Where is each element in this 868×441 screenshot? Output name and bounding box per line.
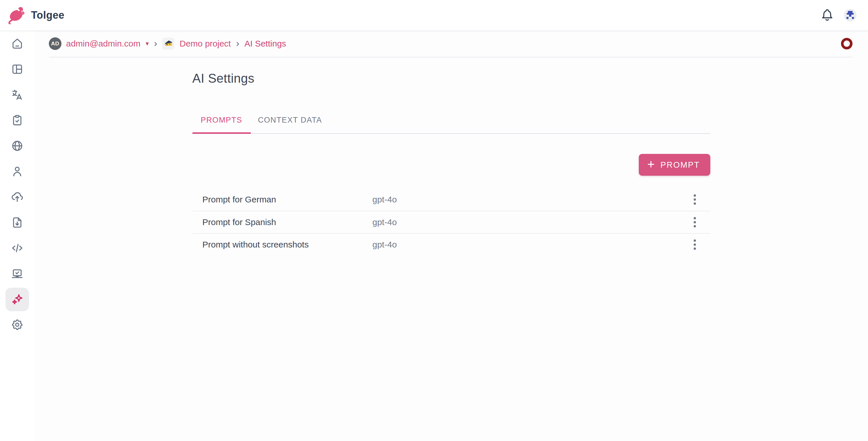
prompt-row[interactable]: Prompt without screenshots gpt-4o [192,233,710,255]
translate-icon [11,88,24,102]
prompt-row[interactable]: Prompt for German gpt-4o [192,188,710,211]
clipboard-check-icon [11,114,24,127]
sidebar-item-members[interactable] [5,160,29,184]
sidebar-item-settings[interactable] [5,313,29,337]
tolgee-mouse-icon [7,5,26,25]
sidebar-item-languages[interactable] [5,134,29,158]
globe-icon [11,139,24,153]
topbar: Tolgee [0,0,868,30]
sidebar [0,30,34,441]
prompt-name: Prompt for Spanish [203,217,373,227]
prompt-name: Prompt without screenshots [203,240,373,250]
page-title: AI Settings [192,71,710,86]
kebab-icon [694,217,696,219]
cloud-upload-icon [11,191,24,204]
chevron-down-icon: ▾ [146,40,149,48]
chevron-right-icon: › [236,38,239,49]
user-avatar: AD [49,37,61,50]
sidebar-item-home[interactable] [5,32,29,56]
sidebar-item-translations[interactable] [5,83,29,107]
identicon-icon [844,9,857,22]
sidebar-item-developer[interactable] [5,237,29,260]
user-icon [11,165,24,179]
toolbar: + PROMPT [192,154,710,176]
breadcrumb: AD admin@admin.com ▾ › Demo project › AI… [49,30,852,57]
prompt-row[interactable]: Prompt for Spanish gpt-4o [192,211,710,233]
sparkles-icon [11,293,24,306]
tab-prompts[interactable]: PROMPTS [192,107,251,133]
prompt-menu-button[interactable] [688,215,702,229]
project-avatar [162,38,174,50]
main-area: AD admin@admin.com ▾ › Demo project › AI… [34,30,868,441]
breadcrumb-current-page: AI Settings [244,39,286,49]
breadcrumb-user-email: admin@admin.com [66,39,141,49]
tab-bar: PROMPTS CONTEXT DATA [192,107,710,134]
usage-indicator-ring [841,38,852,50]
account-avatar[interactable] [844,9,857,22]
bell-icon [820,8,834,23]
prompt-list: Prompt for German gpt-4o Prompt for Span… [192,188,710,255]
sidebar-item-tasks[interactable] [5,109,29,132]
active-tab-indicator [192,132,251,134]
tab-context-data[interactable]: CONTEXT DATA [251,107,330,133]
home-icon [11,37,24,51]
cheese-icon [164,39,173,49]
content-column: AI Settings PROMPTS CONTEXT DATA + PROMP… [192,71,710,255]
chevron-right-icon: › [154,38,157,49]
sidebar-item-ai[interactable] [5,288,29,311]
tolgee-logo[interactable]: Tolgee [7,5,64,25]
code-icon [11,242,24,255]
prompt-model: gpt-4o [373,240,688,250]
plus-icon: + [647,158,655,172]
add-prompt-button-label: PROMPT [660,160,700,170]
file-download-icon [11,216,24,230]
brand-name: Tolgee [31,9,64,21]
gear-icon [11,318,24,332]
laptop-check-icon [11,267,24,281]
prompt-name: Prompt for German [203,195,373,204]
prompt-model: gpt-4o [373,195,688,204]
prompt-menu-button[interactable] [688,238,702,252]
board-icon [11,63,24,76]
sidebar-item-integrate[interactable] [5,262,29,286]
prompt-model: gpt-4o [373,217,688,227]
kebab-icon [694,240,696,242]
sidebar-item-export[interactable] [5,186,29,209]
sidebar-item-board[interactable] [5,58,29,81]
sidebar-item-import[interactable] [5,211,29,234]
add-prompt-button[interactable]: + PROMPT [639,154,710,176]
breadcrumb-user-menu[interactable]: AD admin@admin.com ▾ [49,37,149,50]
notifications-button[interactable] [820,8,834,23]
prompt-menu-button[interactable] [688,193,702,207]
breadcrumb-project-link[interactable]: Demo project [180,39,230,49]
kebab-icon [694,194,696,197]
